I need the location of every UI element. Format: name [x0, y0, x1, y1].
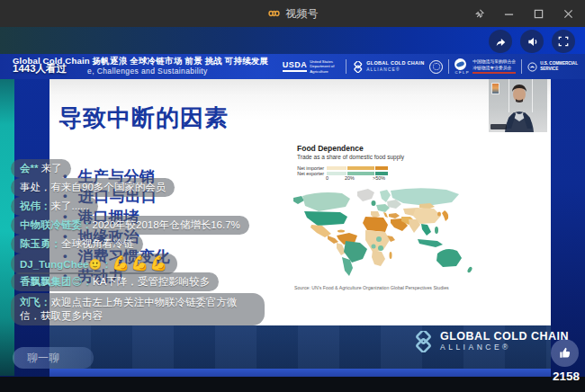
divider	[346, 59, 346, 74]
event-title-line2: e, Challenges and Sustainability	[87, 67, 208, 76]
gcca-footer-logo: GLOBAL COLD CHAIN ALLIANCE®	[412, 331, 569, 352]
chat-message: 刘飞：欢迎点击左上角关注中物联冷链委官方微信，获取更多内容	[11, 293, 265, 325]
divider	[521, 59, 522, 74]
chat-message: 会** 来了	[11, 159, 71, 178]
gcca-header-logo: GLOBAL COLD CHAIN ALLIANCE®	[352, 60, 424, 73]
legend-bar-importer	[327, 166, 388, 171]
window-title: 视频号	[286, 6, 319, 22]
chart-subtitle: Trade as a share of domestic food supply	[297, 154, 404, 160]
app-window: 视频号 中物联冷链委	[0, 0, 585, 392]
channels-logo-icon	[267, 8, 281, 19]
chart-title: Food Dependence	[297, 144, 364, 153]
us-commercial-service-logo: U.S. COMMERCIAL SERVICE	[527, 61, 578, 72]
maximize-button[interactable]	[526, 3, 550, 24]
presenter-video	[489, 76, 547, 132]
seal-logo	[429, 60, 443, 74]
minimize-button[interactable]	[497, 3, 520, 24]
cflp-logo: CFLP 中国物流与采购联合会 冷链物流专业委员会	[454, 58, 516, 75]
slide-title: 导致中断的因素	[58, 102, 229, 134]
uscs-eagle-icon	[527, 62, 537, 72]
chat-message: 事处，有来自90多个国家的会员	[11, 178, 175, 197]
fullscreen-button[interactable]	[552, 30, 575, 53]
teal-edge-strip	[0, 54, 14, 376]
window-titlebar: 视频号	[0, 0, 585, 27]
usda-logo: USDA United States Department of Agricul…	[283, 59, 341, 74]
chart-source: Source: UN's Food & Agriculture Organiza…	[294, 285, 449, 290]
divider	[448, 59, 449, 74]
share-button[interactable]	[489, 30, 512, 53]
window-bottom-strip	[0, 377, 585, 392]
cflp-disc-icon	[454, 58, 466, 70]
close-button[interactable]	[556, 3, 580, 24]
viewer-count: 1443人看过	[13, 62, 67, 76]
chat-message: 祝伟：来了......	[11, 197, 98, 216]
cflp-red-bar	[472, 72, 516, 74]
gcca-knot-icon	[352, 61, 364, 73]
pin-icon[interactable]	[467, 3, 490, 24]
like-count: 2158	[551, 370, 581, 383]
partner-logo-row: USDA United States Department of Agricul…	[283, 54, 578, 79]
chat-message: 香飘飘集团😊：KA下降，受管控影响较多	[11, 272, 219, 291]
presenter-name-tag	[490, 124, 507, 129]
slide-footer-accent-line	[50, 369, 551, 377]
chat-message: DJ_TungChee🙂：💪💪💪	[11, 254, 177, 274]
volume-button[interactable]	[520, 30, 544, 53]
thumbs-up-icon	[558, 346, 572, 360]
world-map	[290, 183, 483, 279]
like-button[interactable]	[551, 339, 579, 367]
chat-input[interactable]: 聊一聊	[13, 347, 94, 369]
chat-message: 中物联冷链委：2020年较2018年仓储增长16.7%	[11, 216, 249, 235]
gcca-knot-icon	[412, 331, 434, 352]
chat-message: 陈玉勇：全球视角看冷链	[11, 235, 143, 254]
legend-label-exporter: Net exporter	[297, 171, 324, 176]
